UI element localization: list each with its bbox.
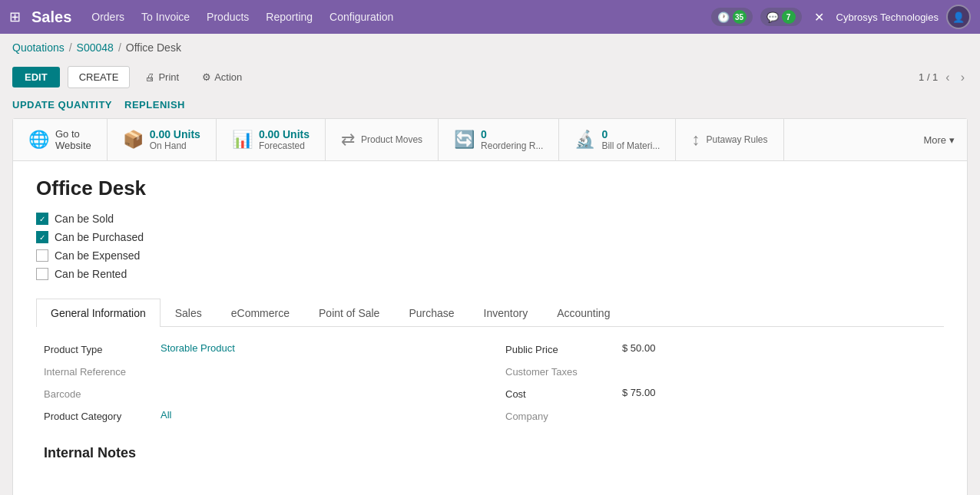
on-hand-btn[interactable]: 📦 0.00 Units On Hand: [108, 119, 217, 160]
form-left-column: Product Type Storable Product Internal R…: [44, 342, 475, 422]
nav-configuration[interactable]: Configuration: [328, 8, 395, 26]
edit-button[interactable]: EDIT: [12, 67, 60, 87]
product-title: Office Desk: [36, 177, 944, 200]
box-icon: 📦: [123, 130, 144, 150]
chevron-down-icon: ▾: [949, 134, 955, 146]
reordering-text: 0 Reordering R...: [481, 128, 543, 151]
product-type-row: Product Type Storable Product: [44, 342, 475, 355]
can-be-expensed-label: Can be Expensed: [55, 249, 140, 262]
can-be-rented-checkbox[interactable]: [36, 268, 48, 280]
tab-ecommerce[interactable]: eCommerce: [217, 299, 304, 327]
create-button[interactable]: CREATE: [68, 66, 131, 88]
navbar: ⊞ Sales Orders To Invoice Products Repor…: [0, 0, 980, 34]
tab-purchase[interactable]: Purchase: [394, 299, 468, 327]
avatar[interactable]: 👤: [946, 5, 971, 29]
pagination-text: 1 / 1: [919, 71, 938, 83]
product-form: Office Desk ✓ Can be Sold ✓ Can be Purch…: [13, 161, 967, 495]
tab-inventory[interactable]: Inventory: [469, 299, 543, 327]
product-category-label: Product Category: [44, 409, 151, 422]
public-price-label: Public Price: [505, 342, 613, 355]
breadcrumb-quotations[interactable]: Quotations: [12, 41, 65, 54]
can-be-expensed-checkbox[interactable]: [36, 249, 48, 262]
on-hand-label: On Hand: [150, 140, 200, 151]
reordering-btn[interactable]: 🔄 0 Reordering R...: [439, 119, 559, 160]
grid-icon[interactable]: ⊞: [9, 8, 21, 25]
action-bar: EDIT CREATE 🖨 Print ⚙ Action 1 / 1 ‹ ›: [0, 61, 980, 96]
message-icon: 💬: [766, 12, 779, 23]
message-btn[interactable]: 💬 7: [760, 8, 802, 26]
customer-taxes-label: Customer Taxes: [505, 365, 613, 378]
reorder-icon: 🔄: [454, 130, 475, 150]
prev-arrow[interactable]: ‹: [942, 69, 952, 86]
reordering-value: 0: [481, 128, 543, 140]
checkbox-can-be-expensed-row: Can be Expensed: [36, 249, 944, 262]
breadcrumb-sep2: /: [118, 41, 121, 54]
breadcrumb: Quotations / S00048 / Office Desk: [0, 34, 980, 61]
customer-taxes-row: Customer Taxes: [505, 365, 936, 378]
form-right-column: Public Price $ 50.00 Customer Taxes Cost…: [505, 342, 936, 422]
breadcrumb-order-id[interactable]: S00048: [77, 41, 114, 54]
nav-reporting[interactable]: Reporting: [264, 8, 314, 26]
product-moves-btn[interactable]: ⇄ Product Moves: [326, 119, 439, 160]
next-arrow[interactable]: ›: [958, 69, 968, 86]
public-price-row: Public Price $ 50.00: [505, 342, 936, 355]
can-be-sold-checkbox[interactable]: ✓: [36, 213, 48, 225]
notification-badge: 35: [733, 10, 747, 24]
tab-sales[interactable]: Sales: [161, 299, 217, 327]
general-info-section: Product Type Storable Product Internal R…: [36, 327, 944, 437]
checkbox-group: ✓ Can be Sold ✓ Can be Purchased Can be …: [36, 213, 944, 280]
update-quantity-link[interactable]: UPDATE QUANTITY: [12, 99, 112, 111]
notification-btn[interactable]: 🕐 35: [711, 8, 753, 26]
tab-accounting[interactable]: Accounting: [542, 299, 624, 327]
tab-point-of-sale[interactable]: Point of Sale: [304, 299, 394, 327]
close-icon[interactable]: ✕: [814, 10, 824, 25]
bom-text: 0 Bill of Materi...: [601, 128, 660, 151]
print-label: Print: [158, 71, 179, 83]
internal-notes-section: Internal Notes: [36, 437, 944, 484]
barcode-row: Barcode: [44, 387, 475, 400]
checkbox-can-be-sold-row: ✓ Can be Sold: [36, 213, 944, 225]
breadcrumb-current: Office Desk: [126, 41, 181, 54]
breadcrumb-sep1: /: [69, 41, 72, 54]
cost-value: $ 75.00: [622, 387, 655, 398]
action-btn[interactable]: ⚙ Action: [194, 67, 250, 87]
can-be-rented-label: Can be Rented: [55, 268, 127, 280]
tab-general-information[interactable]: General Information: [36, 299, 161, 327]
reordering-label: Reordering R...: [481, 140, 543, 151]
product-type-value: Storable Product: [161, 342, 235, 354]
more-label: More: [923, 134, 946, 146]
internal-notes-title: Internal Notes: [44, 445, 936, 461]
bom-label: Bill of Materi...: [601, 140, 660, 151]
product-category-row: Product Category All: [44, 409, 475, 422]
avatar-initials: 👤: [952, 12, 965, 23]
more-btn[interactable]: More ▾: [911, 119, 967, 160]
public-price-value: $ 50.00: [622, 342, 655, 354]
print-btn[interactable]: 🖨 Print: [137, 67, 187, 87]
clock-icon: 🕐: [717, 12, 730, 23]
nav-products[interactable]: Products: [205, 8, 250, 26]
putaway-btn[interactable]: ↕ Putaway Rules: [676, 119, 783, 160]
product-tabs: General Information Sales eCommerce Poin…: [36, 299, 944, 327]
checkbox-can-be-rented-row: Can be Rented: [36, 268, 944, 280]
moves-icon: ⇄: [341, 130, 355, 150]
replenish-link[interactable]: REPLENISH: [124, 99, 185, 111]
forecasted-value: 0.00 Units: [259, 128, 310, 140]
barcode-label: Barcode: [44, 387, 151, 400]
go-to-website-label: Go to: [55, 128, 91, 140]
forecasted-btn[interactable]: 📊 0.00 Units Forecasted: [217, 119, 326, 160]
can-be-purchased-label: Can be Purchased: [55, 231, 144, 243]
product-type-label: Product Type: [44, 342, 151, 355]
can-be-sold-label: Can be Sold: [55, 213, 114, 225]
go-to-website-btn[interactable]: 🌐 Go to Website: [13, 119, 108, 160]
nav-orders[interactable]: Orders: [90, 8, 126, 26]
bom-btn[interactable]: 🔬 0 Bill of Materi...: [559, 119, 676, 160]
bom-icon: 🔬: [574, 130, 595, 150]
company-label: Company: [505, 409, 613, 422]
globe-icon: 🌐: [28, 130, 49, 150]
product-category-value: All: [161, 409, 171, 421]
forecast-icon: 📊: [232, 130, 253, 150]
cost-row: Cost $ 75.00: [505, 387, 936, 400]
nav-to-invoice[interactable]: To Invoice: [140, 8, 191, 26]
can-be-purchased-checkbox[interactable]: ✓: [36, 231, 48, 243]
main-content: 🌐 Go to Website 📦 0.00 Units On Hand 📊 0…: [12, 118, 968, 495]
